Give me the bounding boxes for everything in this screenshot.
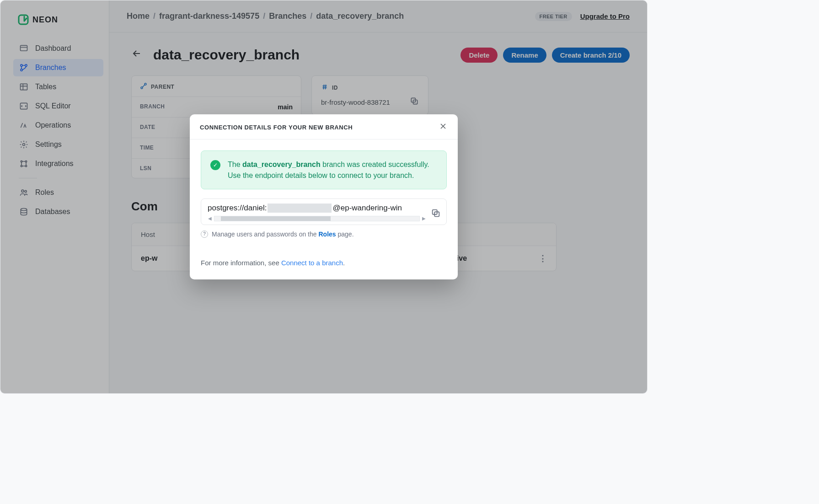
- copy-connection-button[interactable]: [431, 208, 441, 220]
- hint-post: page.: [336, 231, 354, 238]
- hint-pre: Manage users and passwords on the: [212, 231, 318, 238]
- horizontal-scrollbar[interactable]: ◀ ▶: [208, 215, 426, 222]
- scroll-left-icon[interactable]: ◀: [208, 216, 212, 221]
- scrollbar-track[interactable]: [214, 216, 420, 221]
- check-icon: ✓: [210, 160, 220, 170]
- connection-string[interactable]: postgres://daniel: @ep-wandering-win: [208, 204, 426, 213]
- connect-branch-link[interactable]: Connect to a branch: [281, 259, 343, 267]
- conn-prefix: postgres://daniel:: [208, 204, 267, 213]
- password-mask: [268, 204, 332, 213]
- more-info: For more information, see Connect to a b…: [201, 259, 447, 267]
- connection-string-box: postgres://daniel: @ep-wandering-win ◀ ▶: [201, 198, 447, 225]
- connection-details-modal: CONNECTION DETAILS FOR YOUR NEW BRANCH ✓…: [190, 114, 458, 279]
- modal-header: CONNECTION DETAILS FOR YOUR NEW BRANCH: [190, 114, 458, 139]
- roles-link[interactable]: Roles: [318, 231, 336, 238]
- scrollbar-thumb[interactable]: [221, 216, 331, 221]
- roles-hint: ? Manage users and passwords on the Role…: [201, 231, 447, 238]
- copy-icon: [431, 208, 441, 218]
- more-post: .: [343, 259, 345, 267]
- close-button[interactable]: [439, 122, 448, 133]
- modal-title: CONNECTION DETAILS FOR YOUR NEW BRANCH: [200, 124, 353, 131]
- success-banner: ✓ The data_recovery_branch branch was cr…: [201, 150, 447, 189]
- success-text: The data_recovery_branch branch was crea…: [228, 159, 437, 180]
- help-icon: ?: [201, 231, 208, 238]
- more-pre: For more information, see: [201, 259, 281, 267]
- close-icon: [439, 122, 448, 131]
- scroll-right-icon[interactable]: ▶: [422, 216, 426, 221]
- modal-overlay[interactable]: CONNECTION DETAILS FOR YOUR NEW BRANCH ✓…: [0, 0, 647, 393]
- conn-suffix: @ep-wandering-win: [332, 204, 401, 213]
- modal-body: ✓ The data_recovery_branch branch was cr…: [190, 139, 458, 279]
